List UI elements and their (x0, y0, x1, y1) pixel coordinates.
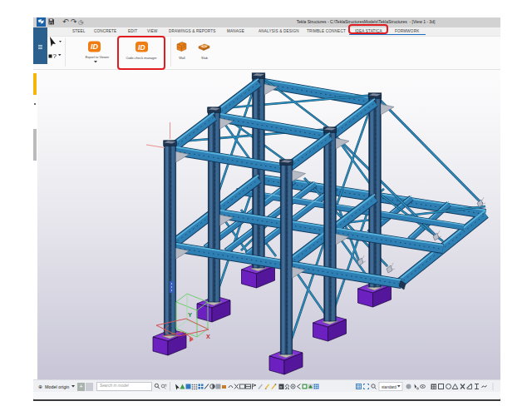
svg-text:ID: ID (91, 42, 99, 51)
svg-text:standard: standard (382, 385, 397, 389)
svg-text:Y: Y (188, 311, 192, 319)
svg-text:n: n (280, 384, 283, 389)
svg-text:?: ? (53, 52, 57, 60)
svg-text:X: X (206, 333, 210, 340)
